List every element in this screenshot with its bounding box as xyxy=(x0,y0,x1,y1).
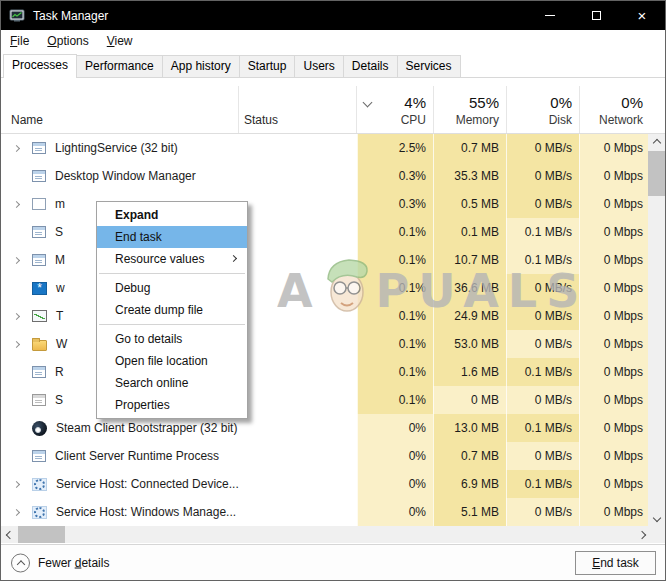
header-disk[interactable]: 0% Disk xyxy=(506,78,579,133)
network-cell: 0 Mbps xyxy=(579,246,650,274)
scroll-up-icon[interactable] xyxy=(648,134,665,151)
header-status[interactable]: Status xyxy=(244,113,278,127)
vertical-scroll-thumb[interactable] xyxy=(648,151,665,196)
cpu-cell: 0.1% xyxy=(357,218,433,246)
context-menu: ExpandEnd taskResource valuesDebugCreate… xyxy=(96,201,248,419)
disk-cell: 0 MB/s xyxy=(506,442,579,470)
tab-startup[interactable]: Startup xyxy=(239,55,296,77)
disk-cell: 0.1 MB/s xyxy=(506,414,579,442)
menu-item-search-online[interactable]: Search online xyxy=(97,372,247,394)
tab-app-history[interactable]: App history xyxy=(162,55,240,77)
row-expand-chevron-icon[interactable] xyxy=(10,510,22,515)
row-expand-chevron-icon[interactable] xyxy=(10,258,22,263)
cpu-cell: 0% xyxy=(357,470,433,498)
scroll-down-icon[interactable] xyxy=(648,509,665,526)
menu-separator xyxy=(99,324,245,325)
cpu-cell: 0.1% xyxy=(357,302,433,330)
network-cell: 0 Mbps xyxy=(579,358,650,386)
header-cpu[interactable]: 4% CPU xyxy=(357,78,433,133)
horizontal-scroll-thumb[interactable] xyxy=(18,526,65,543)
cpu-cell: 0.3% xyxy=(357,190,433,218)
disk-cell: 0 MB/s xyxy=(506,330,579,358)
table-row[interactable]: Service Host: Windows Manage... 0% 5.1 M… xyxy=(1,498,665,526)
memory-cell: 0.7 MB xyxy=(433,442,506,470)
tab-processes[interactable]: Processes xyxy=(3,54,77,78)
tab-details[interactable]: Details xyxy=(343,55,398,77)
menu-file[interactable]: File xyxy=(1,30,38,52)
maximize-icon xyxy=(592,11,601,20)
network-cell: 0 Mbps xyxy=(579,134,650,162)
menu-item-properties[interactable]: Properties xyxy=(97,394,247,416)
row-expand-chevron-icon[interactable] xyxy=(10,482,22,487)
menu-separator xyxy=(99,273,245,274)
table-row[interactable]: Client Server Runtime Process 0% 0.7 MB … xyxy=(1,442,665,470)
tab-services[interactable]: Services xyxy=(397,55,461,77)
menu-item-end-task[interactable]: End task xyxy=(97,226,247,248)
column-divider xyxy=(238,86,239,133)
submenu-arrow-icon xyxy=(230,255,237,262)
process-name: Steam Client Bootstrapper (32 bit) xyxy=(56,421,237,435)
table-row[interactable]: Desktop Window Manager 0.3% 35.3 MB 0 MB… xyxy=(1,162,665,190)
disk-cell: 0 MB/s xyxy=(506,498,579,526)
disk-cell: 0 MB/s xyxy=(506,302,579,330)
row-expand-chevron-icon[interactable] xyxy=(10,146,22,151)
network-cell: 0 Mbps xyxy=(579,190,650,218)
menu-view[interactable]: View xyxy=(98,30,142,52)
cpu-cell: 0.1% xyxy=(357,274,433,302)
disk-cell: 0.1 MB/s xyxy=(506,470,579,498)
row-expand-chevron-icon[interactable] xyxy=(10,342,22,347)
process-name: S xyxy=(55,225,63,239)
vertical-scrollbar[interactable] xyxy=(648,134,665,526)
process-name: M xyxy=(55,253,65,267)
menu-item-expand[interactable]: Expand xyxy=(97,204,247,226)
menu-item-go-to-details[interactable]: Go to details xyxy=(97,328,247,350)
tab-users[interactable]: Users xyxy=(294,55,343,77)
fewer-details-toggle[interactable]: Fewer details xyxy=(11,553,109,572)
header-name[interactable]: Name xyxy=(11,113,43,127)
process-name: R xyxy=(55,365,64,379)
network-cell: 0 Mbps xyxy=(579,302,650,330)
network-cell: 0 Mbps xyxy=(579,414,650,442)
maximize-button[interactable] xyxy=(573,1,619,30)
menu-item-create-dump-file[interactable]: Create dump file xyxy=(97,299,247,321)
cpu-cell: 0% xyxy=(357,414,433,442)
tab-performance[interactable]: Performance xyxy=(76,55,163,77)
close-button[interactable]: × xyxy=(619,1,665,30)
steam-icon xyxy=(32,421,47,436)
disk-cell: 0 MB/s xyxy=(506,134,579,162)
disk-total-percent: 0% xyxy=(550,93,572,112)
minimize-icon xyxy=(545,15,555,16)
scrollbar-corner xyxy=(648,526,665,543)
network-cell: 0 Mbps xyxy=(579,386,650,414)
memory-cell: 24.9 MB xyxy=(433,302,506,330)
table-row[interactable]: Service Host: Connected Device... 0% 6.9… xyxy=(1,470,665,498)
menu-item-open-file-location[interactable]: Open file location xyxy=(97,350,247,372)
memory-cell: 35.3 MB xyxy=(433,162,506,190)
memory-cell: 0.7 MB xyxy=(433,134,506,162)
end-task-button[interactable]: End task xyxy=(575,551,656,575)
table-row[interactable]: LightingService (32 bit) 2.5% 0.7 MB 0 M… xyxy=(1,134,665,162)
minimize-button[interactable] xyxy=(527,1,573,30)
disk-cell: 0 MB/s xyxy=(506,190,579,218)
cpu-total-percent: 4% xyxy=(404,93,426,112)
gear-icon xyxy=(32,506,47,519)
fewer-details-label: Fewer details xyxy=(38,556,109,570)
row-expand-chevron-icon[interactable] xyxy=(10,314,22,319)
scroll-left-icon[interactable] xyxy=(1,526,18,543)
header-network[interactable]: 0% Network xyxy=(579,78,650,133)
menu-item-resource-values[interactable]: Resource values xyxy=(97,248,247,270)
outline-icon xyxy=(32,198,46,210)
menu-item-debug[interactable]: Debug xyxy=(97,277,247,299)
disk-cell: 0 MB/s xyxy=(506,274,579,302)
header-memory[interactable]: 55% Memory xyxy=(433,78,506,133)
cpu-cell: 0% xyxy=(357,442,433,470)
close-icon: × xyxy=(638,8,647,23)
horizontal-scrollbar[interactable] xyxy=(1,526,650,543)
menu-options[interactable]: Options xyxy=(38,30,97,52)
chevron-up-circle-icon xyxy=(11,553,30,572)
network-cell: 0 Mbps xyxy=(579,442,650,470)
cpu-cell: 2.5% xyxy=(357,134,433,162)
memory-cell: 0 MB xyxy=(433,386,506,414)
row-expand-chevron-icon[interactable] xyxy=(10,202,22,207)
process-name: w xyxy=(56,281,65,295)
